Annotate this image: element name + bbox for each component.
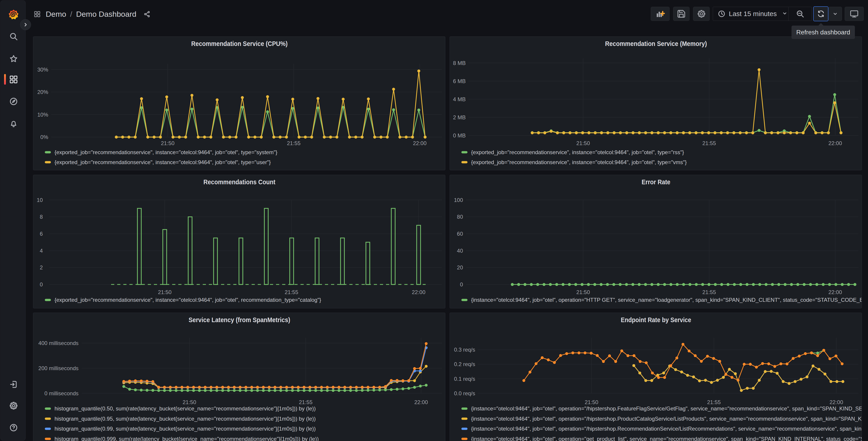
svg-text:200 milliseconds: 200 milliseconds — [38, 365, 79, 371]
svg-text:21:50: 21:50 — [183, 399, 196, 405]
svg-text:4 MB: 4 MB — [453, 96, 466, 102]
svg-text:0 MB: 0 MB — [453, 133, 466, 139]
svg-text:6: 6 — [40, 231, 43, 237]
svg-text:{instance="otelcol:9464", job=: {instance="otelcol:9464", job="otel", op… — [471, 297, 862, 303]
svg-text:21:55: 21:55 — [707, 399, 721, 405]
svg-text:0%: 0% — [40, 134, 48, 140]
svg-text:{exported_job="recommendations: {exported_job="recommendationservice", i… — [471, 159, 687, 165]
svg-text:Recommendations Count: Recommendations Count — [204, 178, 275, 186]
svg-text:Recommendation Service (Memory: Recommendation Service (Memory) — [605, 40, 707, 47]
svg-text:22:00: 22:00 — [828, 140, 842, 146]
svg-text:21:55: 21:55 — [285, 289, 298, 295]
svg-text:8 MB: 8 MB — [453, 60, 466, 66]
svg-text:{instance="otelcol:9464", job=: {instance="otelcol:9464", job="otel", op… — [471, 406, 862, 412]
svg-text:0.3 req/s: 0.3 req/s — [454, 347, 475, 353]
svg-text:8: 8 — [40, 214, 43, 220]
svg-text:histogram_quantile(0.50, sum(r: histogram_quantile(0.50, sum(rate(latenc… — [55, 406, 316, 412]
svg-text:22:00: 22:00 — [414, 399, 428, 405]
svg-text:{exported_job="recommendations: {exported_job="recommendationservice", i… — [471, 149, 684, 155]
svg-text:20: 20 — [457, 264, 463, 270]
svg-text:2 MB: 2 MB — [453, 114, 466, 120]
svg-text:10: 10 — [37, 197, 43, 203]
svg-text:21:55: 21:55 — [702, 140, 716, 146]
svg-text:400 milliseconds: 400 milliseconds — [38, 340, 79, 346]
svg-text:4: 4 — [40, 248, 43, 254]
svg-text:histogram_quantile(0.99, sum(r: histogram_quantile(0.99, sum(rate(latenc… — [55, 425, 316, 432]
svg-text:21:55: 21:55 — [702, 289, 716, 295]
svg-text:{exported_job="recommendations: {exported_job="recommendationservice", i… — [55, 149, 277, 155]
svg-text:21:50: 21:50 — [576, 289, 590, 295]
svg-text:22:00: 22:00 — [413, 140, 427, 146]
svg-text:21:50: 21:50 — [576, 140, 590, 146]
svg-text:{exported_job="recommendations: {exported_job="recommendationservice", i… — [55, 159, 271, 165]
svg-text:21:50: 21:50 — [161, 140, 175, 146]
svg-text:21:50: 21:50 — [158, 289, 172, 295]
svg-text:Service Latency (from SpanMetr: Service Latency (from SpanMetrics) — [189, 316, 290, 324]
svg-text:10%: 10% — [37, 112, 48, 118]
svg-text:21:50: 21:50 — [585, 399, 598, 405]
svg-text:40: 40 — [457, 248, 463, 254]
svg-text:0.1 req/s: 0.1 req/s — [454, 376, 475, 382]
svg-text:20%: 20% — [37, 89, 48, 95]
svg-text:0 milliseconds: 0 milliseconds — [44, 390, 79, 396]
svg-text:{instance="otelcol:9464", job=: {instance="otelcol:9464", job="otel", op… — [471, 425, 862, 432]
svg-text:0.0 req/s: 0.0 req/s — [454, 390, 475, 396]
svg-text:21:55: 21:55 — [299, 399, 312, 405]
svg-text:0: 0 — [40, 282, 43, 288]
svg-text:22:00: 22:00 — [830, 399, 843, 405]
svg-text:0: 0 — [460, 282, 463, 288]
svg-text:Endpoint Rate by Service: Endpoint Rate by Service — [621, 316, 691, 324]
svg-text:histogram_quantile(0.999, sum(: histogram_quantile(0.999, sum(rate(laten… — [55, 436, 319, 441]
svg-text:{instance="otelcol:9464", job=: {instance="otelcol:9464", job="otel", op… — [471, 436, 862, 441]
svg-text:22:00: 22:00 — [412, 289, 425, 295]
svg-text:22:00: 22:00 — [828, 289, 842, 295]
svg-text:0.2 req/s: 0.2 req/s — [454, 361, 475, 367]
svg-text:6 MB: 6 MB — [453, 78, 466, 84]
svg-text:{exported_job="recommendations: {exported_job="recommendationservice", i… — [55, 297, 321, 303]
svg-text:100: 100 — [454, 197, 463, 203]
svg-text:{instance="otelcol:9464", job=: {instance="otelcol:9464", job="otel", op… — [471, 416, 862, 422]
svg-text:21:55: 21:55 — [287, 140, 301, 146]
svg-text:30%: 30% — [37, 66, 48, 73]
svg-text:histogram_quantile(0.95, sum(r: histogram_quantile(0.95, sum(rate(latenc… — [55, 416, 316, 422]
svg-text:Recommendation Service (CPU%): Recommendation Service (CPU%) — [191, 40, 288, 47]
svg-text:80: 80 — [457, 214, 463, 220]
svg-text:2: 2 — [40, 264, 43, 270]
svg-text:Error Rate: Error Rate — [642, 178, 671, 186]
svg-text:60: 60 — [457, 231, 463, 237]
